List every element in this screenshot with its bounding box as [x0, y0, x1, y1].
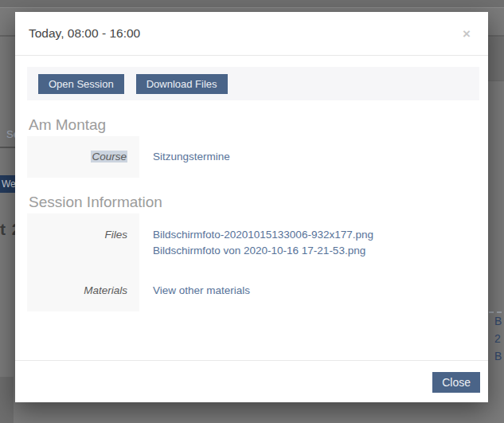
close-icon[interactable]: × — [459, 25, 474, 42]
background-text-fragment: 2 — [494, 332, 504, 345]
course-label: Course — [27, 149, 139, 165]
background-tabbar-line — [0, 147, 15, 148]
course-link[interactable]: Sitzungstermine — [153, 149, 230, 165]
background-panel-shade — [488, 37, 504, 81]
dialog-header: Today, 08:00 - 16:00 × — [15, 12, 488, 56]
view-other-materials-link[interactable]: View other materials — [153, 283, 250, 299]
session-info-table: Files Bildschirmfoto-20201015133006-932x… — [27, 213, 488, 311]
dialog-toolbar: Open Session Download Files — [27, 67, 479, 100]
materials-label: Materials — [27, 283, 139, 299]
dialog-title: Today, 08:00 - 16:00 — [29, 26, 459, 41]
background-text-fragment: B — [494, 315, 504, 327]
table-row: Course Sitzungstermine — [27, 149, 488, 165]
session-details-dialog: Today, 08:00 - 16:00 × Open Session Down… — [15, 12, 488, 402]
background-week-button-partial: Wee — [0, 175, 16, 193]
table-row: Files Bildschirmfoto-20201015133006-932x… — [27, 227, 488, 259]
file-link[interactable]: Bildschirmfoto-20201015133006-932x177.pn… — [153, 227, 373, 243]
open-session-button[interactable]: Open Session — [38, 74, 124, 94]
course-info-table: Course Sitzungstermine — [27, 136, 488, 178]
materials-value: View other materials — [139, 283, 250, 299]
files-value: Bildschirmfoto-20201015133006-932x177.pn… — [139, 227, 373, 259]
dialog-footer: Close — [15, 360, 488, 402]
table-row: Materials View other materials — [27, 283, 488, 299]
section-heading-am-montag: Am Montag — [29, 116, 488, 134]
download-files-button[interactable]: Download Files — [136, 74, 228, 94]
course-value: Sitzungstermine — [139, 149, 230, 165]
close-button[interactable]: Close — [432, 372, 480, 393]
files-label: Files — [27, 227, 139, 259]
section-heading-session-information: Session Information — [29, 194, 488, 211]
file-link[interactable]: Bildschirmfoto von 2020-10-16 17-21-53.p… — [153, 243, 373, 259]
background-text-fragment: B — [494, 350, 504, 362]
background-heading-partial: t 2 — [0, 220, 16, 239]
background-corner-shade — [0, 377, 14, 423]
background-header-band — [0, 0, 504, 8]
